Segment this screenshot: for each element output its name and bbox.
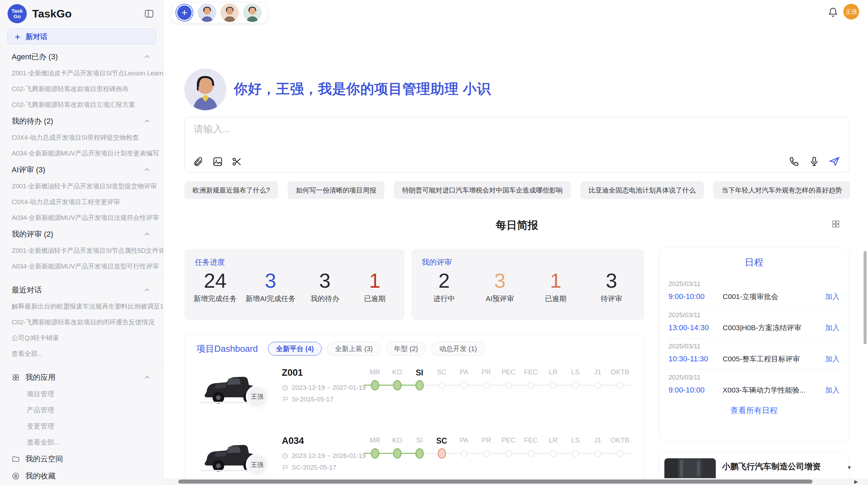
- recent-chat-item[interactable]: C02-飞腾新能源轻客改款项目的闭环通告反馈情况: [0, 314, 163, 330]
- chevron-up-icon: [143, 231, 151, 238]
- scissors-icon[interactable]: [231, 156, 242, 167]
- sidebar-item[interactable]: C02-飞腾新能源轻客改款项目立项汇报方案: [0, 97, 163, 113]
- event-time: 13:00-14:30: [668, 323, 723, 332]
- milestone-chain: MRKOSISCPAPRPECFECLRLSJ1OKTB: [364, 368, 631, 392]
- event-date: 2025/03/11: [668, 374, 840, 381]
- app-item[interactable]: 产品管理: [0, 402, 163, 418]
- milestone-dot: [550, 382, 557, 389]
- vertical-scrollbar-thumb[interactable]: [864, 251, 867, 344]
- project-dashboard-card: 项目Dashboard 全新平台 (4)全新上装 (3)年型 (2)动总开发 (…: [184, 335, 644, 485]
- project-dates: 2023-12-19 ~ 2027-01-19: [282, 384, 366, 391]
- join-link[interactable]: 加入: [825, 385, 840, 395]
- milestone-label: LS: [564, 368, 587, 377]
- my-apps-label: 我的应用: [25, 372, 138, 383]
- sidebar-item[interactable]: A034-全新新能源MUV产品开发项目造型可行性评审: [0, 259, 163, 274]
- sidebar-item[interactable]: Z001-全新燃油轻卡产品开发项目SI节点属性5D文件评审: [0, 243, 163, 259]
- new-session-button[interactable]: +: [177, 5, 192, 20]
- dashboard-tab[interactable]: 年型 (2): [386, 342, 426, 356]
- join-link[interactable]: 加入: [825, 292, 840, 301]
- suggestion-chip[interactable]: 比亚迪全固态电池计划具体说了什么: [580, 181, 704, 199]
- join-link[interactable]: 加入: [825, 323, 840, 333]
- project-name[interactable]: Z001: [282, 368, 303, 378]
- recent-chat-item[interactable]: 查看全部...: [0, 346, 163, 362]
- milestone-dot: [483, 382, 490, 389]
- sidebar-item[interactable]: C0X4-动力总成开发项目SI里程碑提交物检查: [0, 130, 163, 146]
- stat-value: 3: [479, 269, 520, 293]
- sidebar-item[interactable]: Z001-全新燃油皮卡产品开发项目SI节点Lesson Learn报告: [0, 65, 163, 81]
- scroll-right-arrow-icon[interactable]: ▶: [854, 479, 858, 484]
- composer-actions: [789, 156, 840, 167]
- stat-value: 24: [194, 269, 237, 293]
- milestone-label: SC: [431, 368, 453, 377]
- suggestion-chip[interactable]: 欧洲新规最近颁布了什么?: [184, 181, 278, 199]
- app-item[interactable]: 查看全部...: [0, 434, 163, 450]
- view-all-schedule-link[interactable]: 查看所有日程: [659, 405, 849, 416]
- milestone-label: KO: [386, 368, 408, 377]
- user-avatar[interactable]: 王强: [843, 4, 859, 20]
- milestone-dot: [550, 450, 557, 457]
- milestone-label: LS: [564, 436, 587, 446]
- member-avatar[interactable]: [220, 3, 239, 22]
- sidebar-link-label: 我的云空间: [25, 454, 151, 464]
- new-chat-button[interactable]: ＋ 新对话: [8, 29, 156, 44]
- recent-chats-title: 最近对话: [12, 285, 42, 295]
- sidebar-header: Task Go TaskGo: [0, 0, 163, 26]
- recent-chats-section[interactable]: 最近对话: [0, 282, 163, 299]
- sidebar-section-1[interactable]: 我的待办 (2): [0, 113, 163, 130]
- notifications-bell-icon[interactable]: [828, 7, 839, 18]
- member-avatar[interactable]: [198, 3, 216, 22]
- stat-item: 2进行中: [423, 269, 465, 303]
- paperclip-icon[interactable]: [193, 156, 204, 167]
- dashboard-tab[interactable]: 动总开发 (1): [431, 342, 485, 356]
- suggestion-chip[interactable]: 当下年轻人对汽车外观有怎样的喜好趋势: [713, 181, 850, 199]
- flag-icon: [282, 396, 288, 403]
- app-item[interactable]: 变更管理: [0, 418, 163, 434]
- milestone-dot: [594, 382, 601, 389]
- scroll-down-arrow-icon[interactable]: ▼: [847, 464, 852, 470]
- schedule-event: 2025/03/1113:00-14:30C003|H0B-方案冻结评审加入: [668, 307, 840, 338]
- event-date: 2025/03/11: [668, 280, 840, 288]
- stat-item: 3待评审: [591, 269, 632, 303]
- dashboard-tab[interactable]: 全新上装 (3): [327, 342, 381, 356]
- sidebar-section-0[interactable]: Agent已办 (3): [0, 48, 163, 65]
- event-date: 2025/03/11: [668, 343, 840, 350]
- sidebar-item[interactable]: C02-飞腾新能源轻客改款项目里程碑画布: [0, 81, 163, 97]
- sidebar-item[interactable]: C0X4-动力总成开发项目工程变更评审: [0, 194, 163, 210]
- send-icon[interactable]: [829, 156, 840, 167]
- image-icon[interactable]: [212, 156, 223, 167]
- recent-chat-item[interactable]: 公司Q3轻卡销量: [0, 330, 163, 346]
- stat-item: 3AI预评审: [479, 269, 520, 303]
- event-time: 9:00-10:00: [668, 292, 723, 301]
- sidebar-section-3[interactable]: 我的评审 (2): [0, 226, 163, 243]
- app-item[interactable]: 项目管理: [0, 386, 163, 402]
- sidebar-link-我的云空间[interactable]: 我的云空间: [0, 450, 163, 468]
- stat-label: 新增AI完成任务: [245, 294, 296, 303]
- microphone-icon[interactable]: [809, 156, 820, 167]
- my-apps-section[interactable]: 我的应用: [0, 369, 163, 386]
- event-name: C005-整车工程目标评审: [723, 354, 825, 364]
- milestone-label: OKTB: [609, 436, 631, 446]
- stat-value: 1: [354, 269, 395, 293]
- milestone-dot: [461, 382, 468, 389]
- layout-grid-icon[interactable]: [831, 219, 841, 229]
- milestone-label: PA: [453, 436, 475, 446]
- phone-icon[interactable]: [789, 156, 800, 167]
- sidebar-collapse-icon[interactable]: [144, 9, 154, 19]
- suggestion-chip[interactable]: 特朗普可能对进口汽车增税会对中国车企造成哪些影响: [394, 181, 571, 199]
- horizontal-scrollbar-thumb[interactable]: [178, 480, 812, 484]
- milestone-dot: [594, 450, 601, 457]
- sidebar-item[interactable]: Z001-全新燃油轻卡产品开发项目SI造型提交物评审: [0, 178, 163, 194]
- sidebar-section-2[interactable]: AI评审 (3): [0, 161, 163, 178]
- member-avatar[interactable]: [243, 3, 262, 22]
- dashboard-tab[interactable]: 全新平台 (4): [268, 342, 322, 356]
- join-link[interactable]: 加入: [825, 354, 840, 364]
- project-name[interactable]: A034: [282, 436, 304, 446]
- milestone-label: PA: [453, 368, 475, 377]
- sidebar-item[interactable]: A034-全新新能源MUV产品开发项目法规符合性评审: [0, 210, 163, 226]
- sidebar-item[interactable]: A034-全新新能源MUV产品开发项目计划变更表编写: [0, 146, 163, 161]
- recent-chat-item[interactable]: 解释最新出台的欧盟报废车法规再生塑料比例被调至15%...: [0, 299, 163, 314]
- chat-input[interactable]: [193, 123, 673, 135]
- suggestion-chip[interactable]: 如何写一份清晰的项目周报: [288, 181, 384, 199]
- milestone-label: SI: [408, 436, 431, 446]
- sidebar-link-我的收藏[interactable]: 我的收藏: [0, 468, 163, 485]
